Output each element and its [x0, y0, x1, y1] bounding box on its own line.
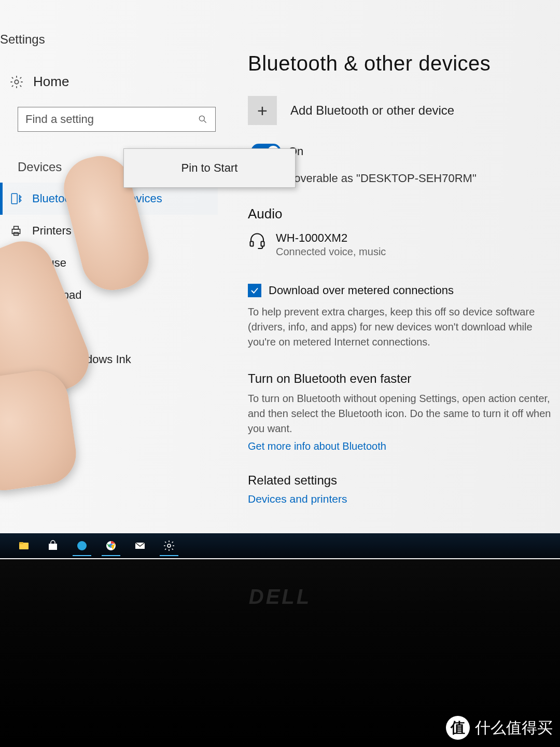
window-title: Settings	[0, 32, 45, 47]
gear-icon	[9, 75, 24, 89]
search-placeholder: Find a setting	[25, 113, 198, 126]
svg-rect-4	[12, 229, 20, 234]
metered-checkbox-label: Download over metered connections	[269, 284, 454, 297]
watermark-text: 什么值得买	[475, 717, 553, 739]
svg-point-0	[15, 80, 18, 84]
watermark: 值 什么值得买	[446, 716, 553, 740]
home-button[interactable]: Home	[9, 74, 69, 90]
metered-checkbox[interactable]	[248, 284, 261, 297]
context-menu: Pin to Start	[123, 148, 296, 188]
audio-heading: Audio	[248, 206, 560, 222]
taskbar-edge[interactable]	[71, 535, 93, 556]
bluetooth-devices-icon	[9, 192, 23, 205]
monitor-brand: DELL	[0, 585, 560, 608]
taskbar-explorer[interactable]	[12, 535, 35, 556]
svg-rect-17	[250, 242, 254, 246]
taskbar-settings[interactable]	[158, 535, 180, 556]
audio-device-status: Connected voice, music	[276, 246, 386, 258]
svg-rect-20	[19, 542, 23, 544]
add-device-button[interactable]: + Add Bluetooth or other device	[248, 96, 560, 125]
svg-rect-18	[261, 242, 264, 246]
watermark-badge: 值	[446, 716, 470, 740]
faster-heading: Turn on Bluetooth even faster	[248, 371, 560, 386]
svg-point-22	[77, 541, 87, 550]
main-content: Bluetooth & other devices + Add Bluetoot…	[248, 52, 560, 505]
page-title: Bluetooth & other devices	[248, 52, 560, 75]
taskbar-chrome[interactable]	[100, 535, 122, 556]
printer-icon	[9, 224, 23, 238]
related-heading: Related settings	[248, 473, 560, 488]
svg-rect-3	[11, 193, 17, 204]
category-label: Devices	[18, 160, 62, 174]
home-label: Home	[33, 74, 69, 90]
svg-point-26	[167, 544, 171, 547]
audio-device-row[interactable]: WH-1000XM2 Connected voice, music	[248, 231, 560, 258]
taskbar-store[interactable]	[41, 535, 64, 556]
svg-point-1	[199, 116, 204, 121]
svg-line-2	[204, 121, 206, 123]
devices-printers-link[interactable]: Devices and printers	[248, 493, 560, 505]
plus-icon: +	[248, 96, 277, 125]
context-menu-item-pin[interactable]: Pin to Start	[181, 161, 238, 175]
faster-help-text: To turn on Bluetooth without opening Set…	[248, 391, 560, 436]
search-input[interactable]: Find a setting	[18, 107, 216, 132]
checkmark-icon	[250, 286, 259, 295]
audio-device-name: WH-1000XM2	[276, 231, 386, 245]
svg-rect-5	[14, 226, 19, 229]
headset-icon	[248, 231, 267, 250]
metered-help-text: To help prevent extra charges, keep this…	[248, 305, 560, 350]
bluetooth-info-link[interactable]: Get more info about Bluetooth	[248, 440, 386, 452]
add-device-label: Add Bluetooth or other device	[290, 103, 454, 118]
search-icon	[198, 114, 208, 125]
taskbar-mail[interactable]	[129, 535, 151, 556]
settings-window: Settings Home Find a setting Devices Blu…	[0, 0, 560, 560]
taskbar	[0, 533, 560, 558]
svg-rect-21	[49, 544, 57, 550]
